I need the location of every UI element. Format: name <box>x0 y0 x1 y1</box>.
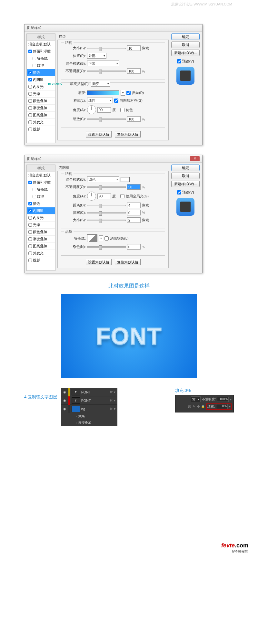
scale-slider[interactable] <box>87 118 126 120</box>
dither-checkbox[interactable] <box>120 108 124 112</box>
reset-default-button[interactable]: 复位为默认值 <box>115 131 141 137</box>
move-icon[interactable]: ✥ <box>196 405 201 408</box>
style-item[interactable]: 图案叠加 <box>27 243 55 250</box>
fx-icon[interactable]: fx ▾ <box>110 390 117 394</box>
gradient-picker-icon[interactable] <box>121 90 125 96</box>
style-item[interactable]: 颜色叠加 <box>27 229 55 236</box>
lock-icon[interactable]: ▨ <box>187 405 192 408</box>
ok-button[interactable]: 确定 <box>171 165 200 171</box>
opacity-slider[interactable] <box>87 186 126 188</box>
mode-dropdown[interactable]: 常 <box>191 396 201 402</box>
style-item[interactable]: 描边 <box>27 200 55 207</box>
style-checkbox[interactable] <box>28 71 32 74</box>
ok-button[interactable]: 确定 <box>171 33 200 40</box>
lock-all-icon[interactable]: 🔒 <box>201 405 205 408</box>
style-checkbox[interactable] <box>28 92 32 96</box>
style-checkbox[interactable] <box>28 106 32 110</box>
style-item[interactable]: 投影 <box>27 257 55 264</box>
opacity-slider[interactable] <box>87 71 126 72</box>
scale-input[interactable] <box>127 116 141 122</box>
style-item[interactable]: 渐变叠加 <box>27 105 55 112</box>
contour-picker[interactable] <box>87 234 97 242</box>
blend-options-row[interactable]: 混合选项:默认 <box>27 41 55 48</box>
choke-slider[interactable] <box>87 212 126 213</box>
style-item[interactable]: 斜面和浮雕 <box>27 48 55 55</box>
distance-input[interactable] <box>127 203 141 208</box>
size-slider[interactable] <box>87 48 126 49</box>
opacity-input[interactable] <box>127 184 141 190</box>
noise-slider[interactable] <box>87 246 126 248</box>
angle-widget[interactable] <box>87 192 96 201</box>
angle-input[interactable] <box>97 107 111 113</box>
style-checkbox[interactable] <box>28 216 32 220</box>
angle-input[interactable] <box>97 194 111 199</box>
angle-widget[interactable] <box>87 105 96 114</box>
style-checkbox[interactable] <box>28 99 32 103</box>
style-item[interactable]: 渐变叠加 <box>27 236 55 243</box>
style-checkbox[interactable] <box>28 113 32 117</box>
style-checkbox[interactable] <box>28 251 32 255</box>
reverse-checkbox[interactable] <box>126 91 131 95</box>
style-checkbox[interactable] <box>28 78 32 81</box>
style-checkbox[interactable] <box>28 120 32 124</box>
blendmode-dropdown[interactable]: 滤色 <box>87 176 119 182</box>
style-checkbox[interactable] <box>33 64 36 67</box>
style-item[interactable]: 投影 <box>27 126 55 133</box>
preview-checkbox[interactable] <box>177 59 181 63</box>
size-input[interactable] <box>127 217 141 223</box>
size-slider[interactable] <box>87 220 126 221</box>
contour-dropdown-icon[interactable] <box>99 235 103 241</box>
style-checkbox[interactable] <box>28 230 32 234</box>
gradient-bar[interactable] <box>87 90 119 95</box>
style-item[interactable]: 图案叠加 <box>27 112 55 119</box>
style-checkbox[interactable] <box>28 85 32 89</box>
global-light-checkbox[interactable] <box>120 194 124 198</box>
eye-icon[interactable]: ◉ <box>61 399 68 402</box>
close-icon[interactable]: ✕ <box>190 156 200 161</box>
style-item[interactable]: 斜面和浮雕 <box>27 179 55 186</box>
fx-row[interactable]: ◦ 效果 <box>61 413 117 420</box>
reset-default-button[interactable]: 复位为默认值 <box>115 259 141 265</box>
style-item[interactable]: 光泽 <box>27 222 55 229</box>
style-checkbox[interactable] <box>28 128 32 131</box>
style-checkbox[interactable] <box>28 50 32 53</box>
style-checkbox[interactable] <box>33 188 36 191</box>
cancel-button[interactable]: 取消 <box>171 173 200 179</box>
style-item[interactable]: 描边 <box>27 69 55 76</box>
chevron-down-icon[interactable]: ▾ <box>230 398 232 401</box>
set-default-button[interactable]: 设置为默认值 <box>86 259 112 265</box>
style-checkbox[interactable] <box>28 202 32 205</box>
style-checkbox[interactable] <box>28 259 32 262</box>
preview-checkbox[interactable] <box>177 190 181 194</box>
opacity-value[interactable]: 100% <box>217 397 229 402</box>
style-dropdown[interactable]: 线性 <box>87 98 113 103</box>
noise-input[interactable] <box>127 244 141 250</box>
style-item[interactable]: 外发光 <box>27 250 55 257</box>
color-swatch[interactable] <box>121 177 130 182</box>
style-item[interactable]: 颜色叠加 <box>27 98 55 105</box>
new-style-button[interactable]: 新建样式(W)... <box>171 181 200 187</box>
style-item[interactable]: 纹理 <box>27 62 55 69</box>
style-item[interactable]: 内发光 <box>27 214 55 222</box>
align-checkbox[interactable] <box>114 99 118 103</box>
style-checkbox[interactable] <box>28 237 32 241</box>
size-input[interactable] <box>127 45 141 51</box>
choke-input[interactable] <box>127 210 141 215</box>
blend-options-row[interactable]: 混合选项:默认 <box>27 172 55 179</box>
fx-icon[interactable]: fx ▾ <box>110 399 117 402</box>
set-default-button[interactable]: 设置为默认值 <box>86 131 112 137</box>
style-item[interactable]: 纹理 <box>27 193 55 200</box>
blendmode-dropdown[interactable]: 正常 <box>87 61 119 66</box>
eye-icon[interactable]: ◉ <box>61 390 68 394</box>
layer-row[interactable]: ◉ bg fx ▾ <box>61 405 117 413</box>
position-dropdown[interactable]: 外部 <box>87 53 106 59</box>
style-checkbox[interactable] <box>28 223 32 227</box>
chevron-down-icon[interactable]: ▾ <box>229 405 231 408</box>
style-checkbox[interactable] <box>33 57 36 60</box>
brush-icon[interactable]: ✎ <box>192 405 196 408</box>
style-item[interactable]: 光泽 <box>27 90 55 98</box>
style-item[interactable]: 内阴影 <box>27 207 55 214</box>
fill-value[interactable]: 0% <box>216 404 228 409</box>
filltype-dropdown[interactable]: 渐变 <box>91 81 110 87</box>
opacity-input[interactable] <box>127 68 141 74</box>
